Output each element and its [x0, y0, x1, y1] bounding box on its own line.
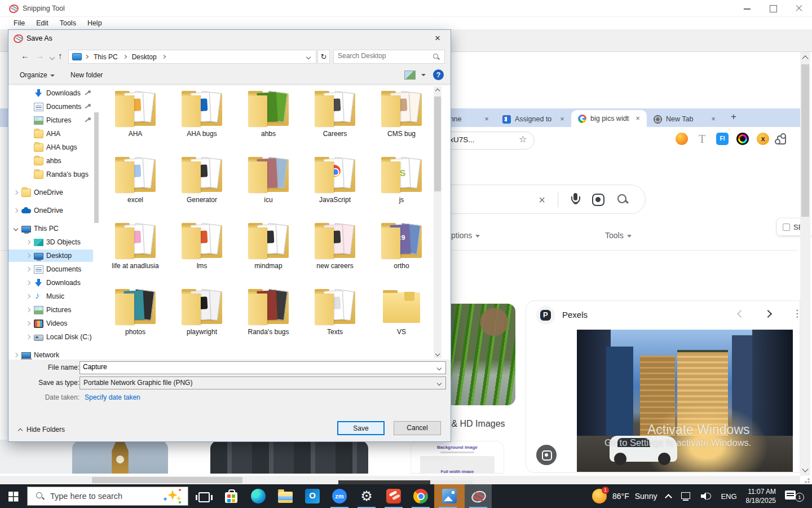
folder-item[interactable]: lms: [169, 223, 235, 270]
expand-chevron-icon[interactable]: [26, 308, 30, 312]
scrollbar-thumb[interactable]: [434, 97, 441, 191]
image-result-city-street[interactable]: [577, 330, 793, 472]
folder-item[interactable]: CMS bug: [368, 91, 435, 138]
sidebar-item[interactable]: 3D Objects: [8, 236, 93, 248]
folder-item[interactable]: VS: [368, 289, 435, 336]
taskbar-app-button[interactable]: [380, 484, 407, 508]
clock[interactable]: 11:07 AM 8/18/2025: [746, 487, 776, 505]
folder-item[interactable]: ahbs: [235, 91, 302, 138]
search-input[interactable]: [338, 52, 428, 60]
view-options-icon[interactable]: [404, 71, 416, 80]
scroll-down-icon[interactable]: [802, 466, 808, 472]
volume-icon[interactable]: [700, 492, 712, 501]
search-box[interactable]: [333, 50, 445, 64]
folder-item[interactable]: 6:9 ortho: [368, 223, 435, 270]
tools-dropdown[interactable]: Tools: [605, 231, 632, 240]
back-button[interactable]: ←: [21, 51, 29, 60]
image-result-plants[interactable]: [444, 304, 515, 405]
sidebar-item[interactable]: Documents: [8, 100, 93, 113]
folder-item[interactable]: photos: [102, 289, 169, 336]
new-folder-button[interactable]: New folder: [70, 71, 103, 79]
sidebar-item[interactable]: Desktop: [8, 249, 93, 262]
sidebar-item[interactable]: Network: [8, 349, 93, 360]
sidebar-item[interactable]: Randa's bugs: [8, 168, 93, 181]
forward-button[interactable]: →: [36, 51, 44, 60]
sidebar-item[interactable]: Downloads: [8, 87, 93, 99]
taskbar-app-button[interactable]: [407, 484, 434, 508]
breadcrumb-segment[interactable]: Desktop: [129, 51, 167, 63]
vertical-scrollbar[interactable]: [800, 52, 810, 476]
expand-chevron-icon[interactable]: [26, 321, 30, 326]
help-button[interactable]: ?: [433, 69, 444, 80]
view-dropdown-icon[interactable]: [421, 74, 426, 76]
file-name-combobox[interactable]: [80, 361, 446, 374]
taskbar-app-button[interactable]: zm: [326, 484, 353, 508]
sidebar-item[interactable]: AHA bugs: [8, 141, 93, 154]
expand-chevron-icon[interactable]: [14, 353, 18, 357]
tab-close-icon[interactable]: ×: [709, 115, 718, 124]
cancel-button[interactable]: Cancel: [394, 421, 441, 435]
clear-search-icon[interactable]: ×: [539, 193, 545, 207]
tab-close-icon[interactable]: ×: [482, 115, 491, 124]
folder-item[interactable]: Careers: [302, 91, 368, 138]
image-result-clock-tower[interactable]: [72, 441, 168, 474]
folder-item[interactable]: AHA: [102, 91, 169, 138]
weather-widget[interactable]: 1 86°F Sunny: [592, 489, 657, 503]
search-icon[interactable]: [617, 194, 629, 206]
sidebar-item[interactable]: Documents: [8, 263, 93, 275]
expand-chevron-icon[interactable]: [14, 190, 18, 195]
sidebar-scrollbar[interactable]: [93, 86, 100, 356]
expand-chevron-icon[interactable]: [26, 240, 30, 244]
taskbar-app-button[interactable]: [434, 484, 465, 508]
sidebar-item[interactable]: OneDrive: [8, 186, 93, 199]
close-button[interactable]: [786, 0, 812, 17]
sidebar-item[interactable]: Local Disk (C:): [8, 331, 93, 343]
taskbar-app-button[interactable]: [191, 484, 218, 508]
folder-item[interactable]: icu: [235, 157, 302, 204]
scrollbar-thumb[interactable]: [92, 477, 242, 483]
pexels-source-name[interactable]: Pexels: [562, 310, 588, 319]
save-type-select[interactable]: Portable Network Graphic file (PNG): [80, 376, 446, 389]
browser-tab[interactable]: New Tab ×: [647, 111, 722, 127]
expand-chevron-icon[interactable]: [26, 267, 30, 271]
voice-search-icon[interactable]: [571, 193, 580, 207]
specify-date-link[interactable]: Specify date taken: [85, 393, 140, 401]
breadcrumb-segment[interactable]: This PC: [90, 51, 129, 63]
address-dropdown-icon[interactable]: [306, 55, 311, 59]
combo-dropdown-icon[interactable]: [437, 366, 442, 370]
menu-item[interactable]: Help: [82, 17, 108, 29]
minimize-button[interactable]: [734, 0, 760, 17]
maximize-button[interactable]: [760, 0, 786, 17]
tab-close-icon[interactable]: ×: [558, 115, 567, 124]
taskbar-app-button[interactable]: [245, 484, 272, 508]
folder-item[interactable]: life at anadlusia: [102, 223, 169, 270]
folder-item[interactable]: Texts: [302, 289, 368, 336]
scrollbar-thumb[interactable]: [94, 112, 99, 223]
refresh-button[interactable]: ↻: [317, 50, 330, 64]
copilot-sparkle-icon[interactable]: [163, 489, 182, 503]
recent-locations-icon[interactable]: [50, 55, 55, 60]
lens-overlay-button[interactable]: [536, 445, 557, 465]
sidebar-item[interactable]: Videos: [8, 317, 93, 330]
taskbar-search[interactable]: Type here to search: [27, 487, 188, 506]
bookmark-star-icon[interactable]: ☆: [519, 134, 527, 144]
folder-item[interactable]: JavaScript: [302, 157, 368, 204]
menu-item[interactable]: Edit: [30, 17, 54, 29]
folder-item[interactable]: excel: [102, 157, 169, 204]
folder-item[interactable]: new careers: [302, 223, 368, 270]
file-name-input[interactable]: [83, 363, 421, 371]
expand-chevron-icon[interactable]: [26, 294, 30, 299]
next-arrow-icon[interactable]: [764, 310, 772, 318]
folder-item[interactable]: JS js: [368, 157, 435, 204]
folder-item[interactable]: mindmap: [235, 223, 302, 270]
notification-center[interactable]: 1: [785, 489, 804, 503]
sidebar-item[interactable]: Pictures: [8, 304, 93, 316]
menu-item[interactable]: Tools: [54, 17, 82, 29]
sidebar-item[interactable]: Downloads: [8, 277, 93, 289]
scroll-up-icon[interactable]: [435, 89, 439, 93]
folder-item[interactable]: AHA bugs: [169, 91, 235, 138]
expand-chevron-icon[interactable]: [14, 226, 18, 231]
folder-item[interactable]: playwright: [169, 289, 235, 336]
google-lens-icon[interactable]: [592, 194, 604, 206]
up-button[interactable]: ↑: [58, 51, 63, 60]
